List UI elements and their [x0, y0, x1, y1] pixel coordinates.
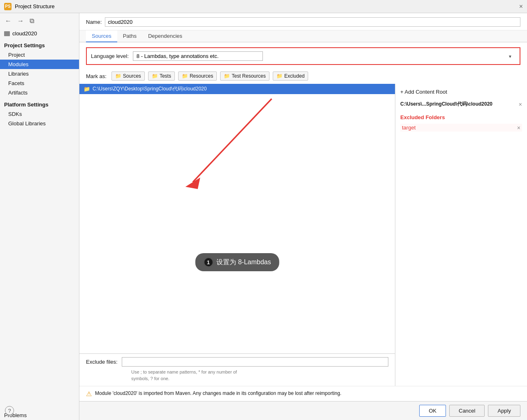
dialog-title: Project Structure	[15, 3, 55, 9]
left-panel: 📁 C:\Users\ZQY\Desktop\SpringCloud\代码\cl…	[79, 84, 395, 386]
exclude-files-section: Exclude files: Use ; to separate name pa…	[79, 353, 395, 386]
project-settings-label: Project Settings	[0, 38, 79, 50]
module-item-cloud2020[interactable]: cloud2020	[0, 29, 79, 38]
language-level-select[interactable]: 3 - Enum, generics 5 - Enum, generics 6 …	[133, 51, 263, 61]
language-level-section: Language level: 3 - Enum, generics 5 - E…	[79, 42, 527, 68]
module-item-label: cloud2020	[12, 30, 37, 37]
name-input[interactable]	[105, 17, 520, 27]
file-tree-selected-item[interactable]: 📁 C:\Users\ZQY\Desktop\SpringCloud\代码\cl…	[79, 84, 395, 94]
warning-icon: ⚠	[86, 390, 92, 398]
title-bar-left: PS Project Structure	[4, 3, 55, 10]
annotation-number: 1	[203, 257, 213, 267]
sidebar-item-facets[interactable]: Facets	[0, 78, 79, 88]
content-root-path: C:\Users\...SpringCloud\代码\cloud2020	[400, 101, 492, 108]
sidebar-item-project[interactable]: Project	[0, 50, 79, 60]
remove-excluded-folder-button[interactable]: ×	[517, 125, 520, 131]
tab-sources[interactable]: Sources	[86, 30, 117, 42]
app-icon: PS	[4, 3, 12, 10]
back-button[interactable]: ←	[3, 16, 13, 25]
remove-content-root-button[interactable]: ×	[519, 102, 522, 107]
tests-folder-icon: 📁	[152, 73, 158, 79]
mark-as-tests-button[interactable]: 📁 Tests	[148, 72, 175, 81]
annotation-text: 设置为 8-Lambdas	[216, 258, 271, 267]
mark-as-sources-label: Sources	[123, 73, 141, 79]
add-content-root-label: + Add Content Root	[400, 89, 447, 95]
selected-folder-icon: 📁	[84, 86, 90, 92]
exclude-files-input[interactable]	[122, 357, 388, 367]
sidebar-item-artifacts[interactable]: Artifacts	[0, 88, 79, 97]
annotation-area: 1 设置为 8-Lambdas	[79, 94, 395, 353]
tab-bar: Sources Paths Dependencies	[79, 30, 527, 42]
tab-dependencies[interactable]: Dependencies	[142, 30, 188, 42]
excluded-folder-icon: 📁	[276, 73, 283, 79]
warning-row: ⚠ Module 'cloud2020' is imported from Ma…	[79, 386, 527, 401]
mark-as-test-resources-label: Test Resources	[232, 73, 266, 79]
excluded-folder-item: target ×	[400, 124, 522, 132]
help-button[interactable]: ?	[5, 406, 14, 415]
language-level-wrapper: 3 - Enum, generics 5 - Enum, generics 6 …	[133, 51, 515, 61]
split-content: 📁 C:\Users\ZQY\Desktop\SpringCloud\代码\cl…	[79, 84, 527, 386]
mark-as-resources-button[interactable]: 📁 Resources	[178, 72, 217, 81]
svg-marker-1	[186, 178, 200, 189]
excluded-folders-label: Excluded Folders	[400, 114, 522, 120]
mark-as-resources-label: Resources	[190, 73, 213, 79]
sidebar-item-libraries[interactable]: Libraries	[0, 69, 79, 78]
main-layout: ← → ⧉ cloud2020 Project Settings Project…	[0, 13, 527, 420]
mark-as-sources-button[interactable]: 📁 Sources	[111, 72, 145, 81]
mark-as-excluded-button[interactable]: 📁 Excluded	[273, 72, 308, 81]
apply-button[interactable]: Apply	[488, 405, 520, 417]
tab-paths[interactable]: Paths	[117, 30, 142, 42]
cancel-button[interactable]: Cancel	[449, 405, 485, 417]
sidebar-item-modules[interactable]: Modules	[0, 60, 79, 69]
exclude-files-label: Exclude files:	[86, 359, 118, 365]
svg-line-0	[193, 99, 272, 182]
exclude-files-row: Exclude files:	[86, 357, 388, 367]
copy-button[interactable]: ⧉	[28, 16, 36, 25]
name-row: Name:	[79, 13, 527, 30]
warning-text: Module 'cloud2020' is imported from Mave…	[95, 390, 341, 397]
test-resources-folder-icon: 📁	[224, 73, 230, 79]
mark-as-label: Mark as:	[86, 73, 107, 79]
exclude-files-hint: Use ; to separate name patterns, * for a…	[86, 368, 388, 383]
mark-as-tests-label: Tests	[160, 73, 171, 79]
language-level-label: Language level:	[91, 53, 129, 59]
module-folder-icon	[4, 31, 10, 36]
resources-folder-icon: 📁	[182, 73, 188, 79]
footer-buttons: OK Cancel Apply	[79, 401, 527, 420]
mark-as-row: Mark as: 📁 Sources 📁 Tests 📁 Resources 📁…	[79, 68, 527, 84]
content-area: Name: Sources Paths Dependencies Languag…	[79, 13, 527, 420]
red-arrow-svg	[79, 94, 395, 353]
sources-folder-icon: 📁	[115, 73, 121, 79]
forward-button[interactable]: →	[16, 16, 26, 25]
name-label: Name:	[86, 19, 102, 25]
selected-path-label: C:\Users\ZQY\Desktop\SpringCloud\代码\clou…	[93, 85, 207, 92]
right-panel: + Add Content Root C:\Users\...SpringClo…	[395, 84, 527, 386]
language-level-row: Language level: 3 - Enum, generics 5 - E…	[86, 47, 520, 65]
sidebar-item-sdks[interactable]: SDKs	[0, 109, 79, 119]
content-root-item: C:\Users\...SpringCloud\代码\cloud2020 ×	[400, 101, 522, 108]
sidebar: ← → ⧉ cloud2020 Project Settings Project…	[0, 13, 79, 420]
sidebar-nav: ← → ⧉	[0, 15, 79, 29]
mark-as-excluded-label: Excluded	[284, 73, 304, 79]
title-bar: PS Project Structure ×	[0, 0, 527, 13]
platform-settings-label: Platform Settings	[0, 97, 79, 109]
annotation-tooltip: 1 设置为 8-Lambdas	[195, 253, 279, 271]
sidebar-item-global-libraries[interactable]: Global Libraries	[0, 119, 79, 128]
close-icon[interactable]: ×	[519, 3, 523, 10]
add-content-root-button[interactable]: + Add Content Root	[400, 88, 522, 96]
mark-as-test-resources-button[interactable]: 📁 Test Resources	[220, 72, 269, 81]
ok-button[interactable]: OK	[419, 405, 446, 417]
excluded-folder-name: target	[402, 125, 416, 131]
